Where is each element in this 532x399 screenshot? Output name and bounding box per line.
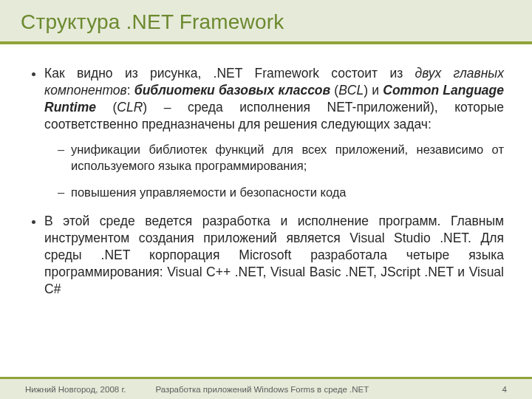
page-number: 4 [502, 385, 507, 394]
text: ( [96, 100, 117, 115]
sub-bullet-list: унификации библиотек функций для всех пр… [44, 142, 504, 200]
text: ) и [364, 83, 383, 98]
text: : [127, 83, 134, 98]
bullet-list: Как видно из рисунка, .NET Framework сос… [28, 65, 504, 298]
slide: Структура .NET Framework Как видно из ри… [0, 0, 532, 399]
sub-bullet-1: унификации библиотек функций для всех пр… [58, 142, 504, 174]
bullet-1: Как видно из рисунка, .NET Framework сос… [44, 65, 504, 201]
title-bar: Структура .NET Framework [0, 0, 532, 44]
text-strong: библиотеки базовых классов [134, 83, 330, 98]
footer-course: Разработка приложений Windows Forms в ср… [155, 385, 502, 394]
footer-bar: Нижний Новгород, 2008 г. Разработка прил… [0, 377, 532, 399]
text-emph: BCL [338, 83, 364, 98]
sub-bullet-2: повышения управляемости и безопасности к… [58, 185, 504, 201]
bullet-2: В этой среде ведется разработка и исполн… [44, 213, 504, 298]
text: ( [330, 83, 338, 98]
footer-location: Нижний Новгород, 2008 г. [25, 385, 126, 394]
slide-body: Как видно из рисунка, .NET Framework сос… [0, 44, 532, 298]
text-emph: CLR [117, 100, 143, 115]
text: Как видно из рисунка, .NET Framework сос… [44, 66, 415, 81]
slide-title: Структура .NET Framework [21, 10, 511, 34]
